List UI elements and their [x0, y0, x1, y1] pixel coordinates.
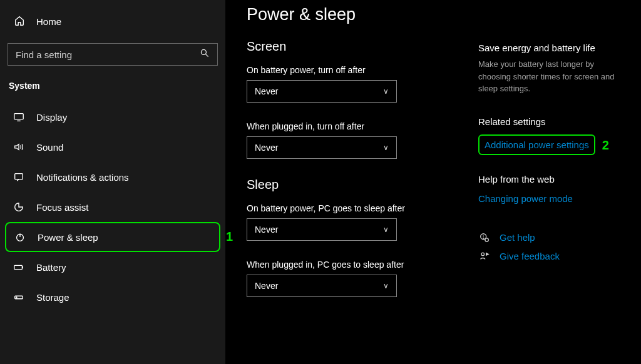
save-energy-desc: Make your battery last longer by choosin…: [478, 58, 620, 95]
sidebar-item-label: Battery: [36, 262, 66, 273]
screen-plugged-label: When plugged in, turn off after: [247, 121, 456, 131]
dropdown-value: Never: [255, 225, 278, 235]
annotation-number-1: 1: [226, 230, 233, 244]
search-box[interactable]: [8, 43, 218, 66]
sidebar-item-label: Sound: [36, 142, 63, 153]
svg-rect-2: [15, 174, 23, 179]
section-system-label: System: [0, 76, 225, 102]
sidebar-item-focus-assist[interactable]: Focus assist: [0, 192, 225, 222]
svg-point-0: [201, 49, 206, 54]
dropdown-value: Never: [255, 86, 278, 96]
screen-battery-dropdown[interactable]: Never ∨: [247, 80, 397, 103]
screen-plugged-dropdown[interactable]: Never ∨: [247, 136, 397, 159]
sleep-plugged-label: When plugged in, PC goes to sleep after: [247, 260, 456, 270]
chevron-down-icon: ∨: [383, 225, 389, 234]
get-help-link[interactable]: Get help: [500, 232, 535, 243]
notifications-icon: [13, 171, 25, 183]
screen-battery-label: On battery power, turn off after: [247, 65, 456, 75]
feedback-icon: [478, 250, 491, 263]
sidebar-item-label: Storage: [36, 292, 69, 303]
annotation-number-2: 2: [602, 138, 609, 153]
battery-icon: [13, 261, 25, 273]
focus-assist-icon: [13, 201, 25, 213]
sidebar-item-power-sleep[interactable]: Power & sleep: [6, 223, 219, 251]
home-icon: [14, 15, 25, 28]
sound-icon: [13, 141, 25, 153]
main-content: Power & sleep Screen On battery power, t…: [225, 0, 641, 364]
dropdown-value: Never: [255, 143, 278, 153]
screen-heading: Screen: [247, 39, 456, 54]
sidebar-item-storage[interactable]: Storage: [0, 282, 225, 312]
sidebar-item-label: Notifications & actions: [36, 172, 129, 183]
svg-point-6: [16, 297, 17, 298]
chevron-down-icon: ∨: [383, 87, 389, 96]
sidebar-item-sound[interactable]: Sound: [0, 132, 225, 162]
sidebar: Home System Display Sound Notifications …: [0, 0, 225, 364]
storage-icon: [13, 291, 25, 303]
nav-home-label: Home: [36, 16, 61, 27]
additional-power-settings-link[interactable]: Additional power settings: [485, 139, 589, 150]
annotation-highlight-2: Additional power settings 2: [478, 134, 595, 155]
sidebar-item-notifications[interactable]: Notifications & actions: [0, 162, 225, 192]
sidebar-item-label: Power & sleep: [38, 232, 98, 243]
give-feedback-link[interactable]: Give feedback: [500, 251, 560, 261]
sleep-plugged-dropdown[interactable]: Never ∨: [247, 275, 397, 297]
aside: Save energy and battery life Make your b…: [478, 5, 620, 358]
svg-rect-1: [14, 114, 23, 119]
sidebar-item-label: Focus assist: [36, 202, 88, 213]
nav-home[interactable]: Home: [0, 6, 225, 37]
dropdown-value: Never: [255, 281, 278, 291]
save-energy-title: Save energy and battery life: [478, 43, 620, 53]
search-input[interactable]: [16, 49, 200, 60]
chevron-down-icon: ∨: [383, 281, 389, 290]
svg-point-10: [481, 253, 485, 256]
related-settings-title: Related settings: [478, 116, 620, 127]
svg-rect-4: [14, 265, 23, 269]
search-icon: [200, 48, 210, 61]
sleep-battery-dropdown[interactable]: Never ∨: [247, 218, 397, 241]
help-icon: [478, 231, 491, 244]
sleep-battery-label: On battery power, PC goes to sleep after: [247, 203, 456, 213]
display-icon: [13, 111, 25, 123]
annotation-highlight-1: Power & sleep 1: [5, 222, 220, 252]
page-title: Power & sleep: [247, 5, 456, 24]
svg-point-8: [483, 238, 484, 238]
sidebar-item-display[interactable]: Display: [0, 102, 225, 132]
power-icon: [14, 231, 26, 243]
changing-power-mode-link[interactable]: Changing power mode: [478, 193, 620, 204]
sidebar-item-battery[interactable]: Battery: [0, 252, 225, 282]
chevron-down-icon: ∨: [383, 143, 389, 152]
sleep-heading: Sleep: [247, 178, 456, 192]
help-from-web-title: Help from the web: [478, 174, 620, 185]
svg-point-9: [485, 238, 488, 241]
sidebar-item-label: Display: [36, 112, 67, 123]
